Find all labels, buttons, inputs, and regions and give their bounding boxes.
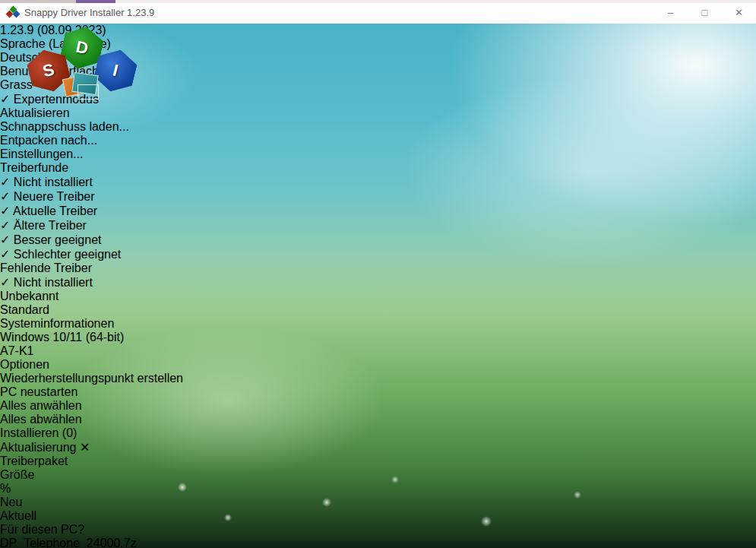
filter-checkbox[interactable]: ✓ [0, 248, 10, 261]
option-row[interactable]: PC neustarten [0, 385, 756, 399]
minimize-icon[interactable]: – [653, 3, 688, 24]
screen: Snappy Driver Installer 1.23.9 – □ ✕ D S… [0, 0, 756, 548]
deselect-all-button[interactable]: Alles abwählen [0, 413, 756, 426]
filter-checkbox[interactable]: ✓ [0, 276, 10, 289]
filter-label: Aktuelle Treiber [13, 204, 97, 217]
menu-item[interactable]: Einstellungen... [0, 147, 756, 161]
option-row[interactable]: Wiederherstellungspunkt erstellen [0, 372, 756, 385]
missing-drivers-panel: Fehlende Treiber ✓ Nicht installiert Unb… [0, 261, 756, 317]
system-info-model: A7-K1 [0, 344, 756, 358]
filter-checkbox[interactable]: ✓ [0, 190, 10, 203]
filter-row[interactable]: Unbekannt [0, 290, 756, 303]
filter-row[interactable]: Standard [0, 303, 756, 317]
window-titlebar: Snappy Driver Installer 1.23.9 – □ ✕ [0, 3, 756, 24]
filter-row[interactable]: ✓ Nicht installiert [0, 275, 756, 290]
filter-label: Standard [0, 303, 49, 316]
col-treiberpaket[interactable]: Treiberpaket [0, 455, 756, 468]
logo-collage [62, 72, 102, 103]
window-title: Snappy Driver Installer 1.23.9 [24, 7, 154, 18]
col-aktuell[interactable]: Aktuell [0, 509, 756, 523]
table-row[interactable]: DP_Telephone_24000.7z 43 MB 0% 24000 Feh… [0, 537, 756, 548]
missing-drivers-list: ✓ Nicht installiert Unbekannt Standard [0, 275, 756, 317]
filter-label: Besser geeignet [14, 233, 102, 246]
close-icon[interactable]: ✕ [722, 3, 756, 24]
select-all-button[interactable]: Alles anwählen [0, 399, 756, 413]
filter-label: Unbekannt [0, 290, 59, 303]
filter-label: Ältere Treiber [14, 219, 87, 232]
sdi-logo: D S I [23, 27, 144, 103]
package-name: DP_Telephone_24000.7z [0, 537, 137, 548]
system-info-panel: Systeminformationen Windows 10/11 (64-bi… [0, 317, 756, 358]
filter-row[interactable]: ✓ Schlechter geeignet [0, 247, 756, 261]
filter-label: Schlechter geeignet [14, 248, 121, 261]
logo-letter-d: D [74, 37, 90, 59]
options-panel: Optionen Wiederherstellungspunkt erstell… [0, 358, 756, 399]
driver-finds-panel: Treiberfunde ✓ Nicht installiert ✓ Neuer… [0, 161, 756, 261]
driver-package-table: Treiberpaket Größe % Neu Aktuell Für die… [0, 455, 756, 548]
driver-finds-list: ✓ Nicht installiert ✓ Neuere Treiber ✓ A… [0, 175, 756, 261]
main-menu-panel: AktualisierenSchnappschuss laden...Entpa… [0, 106, 756, 161]
col-fuer-diesen-pc[interactable]: Für diesen PC? [0, 523, 756, 537]
filter-checkbox[interactable]: ✓ [0, 219, 10, 232]
options-list: Wiederherstellungspunkt erstellen PC neu… [0, 372, 756, 399]
table-header: Treiberpaket Größe % Neu Aktuell Für die… [0, 455, 756, 537]
dialog-titlebar: Aktualisierung ✕ [0, 440, 756, 455]
filter-row[interactable]: ✓ Neuere Treiber [0, 189, 756, 204]
menu-item[interactable]: Schnappschuss laden... [0, 120, 756, 134]
install-button[interactable]: Installieren (0) [0, 426, 756, 440]
filter-row[interactable]: ✓ Nicht installiert [0, 175, 756, 189]
driver-finds-title: Treiberfunde [0, 161, 756, 175]
filter-label: Nicht installiert [14, 176, 93, 188]
options-title: Optionen [0, 358, 756, 372]
app-background: D S I 1.23.9 (08.09.2023) Sprache (Langu… [0, 24, 756, 548]
expert-mode-checkbox[interactable]: ✓ [0, 93, 10, 106]
filter-row[interactable]: ✓ Besser geeignet [0, 233, 756, 247]
app-icon [7, 7, 19, 19]
col-percent[interactable]: % [0, 482, 756, 496]
col-neu[interactable]: Neu [0, 496, 756, 509]
main-menu: AktualisierenSchnappschuss laden...Entpa… [0, 106, 756, 161]
missing-drivers-title: Fehlende Treiber [0, 261, 756, 275]
filter-checkbox[interactable]: ✓ [0, 204, 10, 217]
dialog-close-icon[interactable]: ✕ [80, 441, 90, 454]
filter-label: Nicht installiert [14, 276, 93, 289]
table-body: DP_Telephone_24000.7z 43 MB 0% 24000 Feh… [0, 537, 756, 548]
menu-item[interactable]: Entpacken nach... [0, 134, 756, 147]
update-dialog: Aktualisierung ✕ Treiberpaket Größe % Ne… [0, 440, 756, 548]
option-label: PC neustarten [0, 385, 77, 398]
system-info-os: Windows 10/11 (64-bit) [0, 331, 756, 344]
logo-letter-s: S [41, 60, 57, 82]
filter-checkbox[interactable]: ✓ [0, 233, 10, 246]
dialog-title: Aktualisierung [0, 441, 77, 454]
filter-row[interactable]: ✓ Aktuelle Treiber [0, 204, 756, 218]
maximize-icon[interactable]: □ [688, 3, 722, 24]
system-info-title: Systeminformationen [0, 317, 756, 331]
col-groesse[interactable]: Größe [0, 468, 756, 482]
logo-letter-i: I [111, 61, 120, 81]
menu-item[interactable]: Aktualisieren [0, 106, 756, 120]
option-label: Wiederherstellungspunkt erstellen [0, 372, 183, 385]
filter-row[interactable]: ✓ Ältere Treiber [0, 218, 756, 233]
filter-checkbox[interactable]: ✓ [0, 176, 10, 188]
filter-label: Neuere Treiber [14, 190, 95, 203]
